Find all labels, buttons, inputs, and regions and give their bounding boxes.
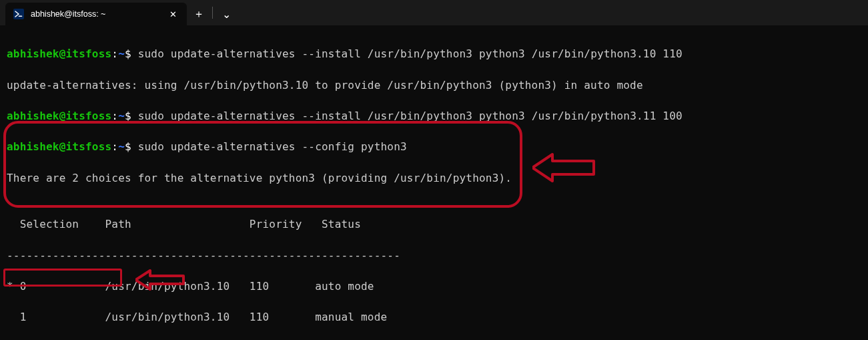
terminal-output: There are 2 choices for the alternative … (7, 170, 861, 186)
prompt-user: abhishek@itsfoss (7, 110, 111, 122)
prompt-dollar: $ (125, 47, 131, 60)
divider (212, 7, 213, 19)
chevron-down-icon: ⌄ (222, 8, 231, 21)
tab-close-button[interactable]: ✕ (167, 8, 179, 20)
titlebar: abhishek@itsfoss: ~ ✕ ＋ ⌄ (0, 0, 868, 25)
tab-active[interactable]: abhishek@itsfoss: ~ ✕ (5, 3, 187, 25)
new-tab-button[interactable]: ＋ (187, 3, 211, 25)
prompt-colon: : (111, 110, 118, 122)
prompt-colon: : (111, 140, 118, 153)
terminal-viewport[interactable]: abhishek@itsfoss:~$ sudo update-alternat… (0, 25, 868, 340)
command-text: sudo update-alternatives --install /usr/… (131, 110, 683, 122)
table-row: * 0 /usr/bin/python3.10 110 auto mode (7, 279, 861, 294)
terminal-line: abhishek@itsfoss:~$ sudo update-alternat… (7, 46, 861, 61)
annotation-highlight-box (3, 121, 522, 208)
prompt-path: ~ (118, 47, 125, 60)
table-row: 1 /usr/bin/python3.10 110 manual mode (7, 309, 861, 325)
terminal-line: abhishek@itsfoss:~$ sudo update-alternat… (7, 139, 861, 154)
prompt-user: abhishek@itsfoss (7, 140, 111, 153)
terminal-output: update-alternatives: using /usr/bin/pyth… (7, 77, 861, 93)
prompt-user: abhishek@itsfoss (7, 47, 111, 60)
table-header: Selection Path Priority Status (7, 216, 861, 232)
prompt-path: ~ (118, 110, 125, 122)
prompt-dollar: $ (125, 110, 131, 122)
plus-icon: ＋ (193, 7, 204, 21)
terminal-line: abhishek@itsfoss:~$ sudo update-alternat… (7, 108, 861, 124)
table-separator: ----------------------------------------… (7, 248, 861, 263)
tab-dropdown-button[interactable]: ⌄ (214, 3, 238, 25)
powershell-icon (13, 9, 24, 19)
prompt-dollar: $ (125, 140, 131, 153)
tab-title: abhishek@itsfoss: ~ (31, 9, 160, 19)
prompt-path: ~ (118, 140, 125, 153)
command-text: sudo update-alternatives --install /usr/… (131, 47, 683, 60)
command-text: sudo update-alternatives --config python… (131, 140, 407, 153)
prompt-colon: : (111, 47, 118, 60)
